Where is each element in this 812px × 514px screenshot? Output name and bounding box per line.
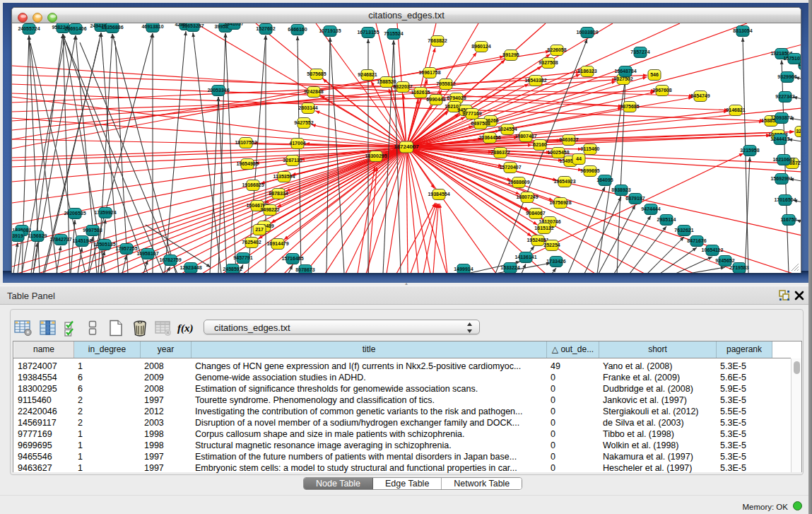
table-row[interactable]: 946554611997Estimation of the future num… [13,451,791,462]
graph-edge [688,267,725,273]
graph-node-label: 9227342 [775,94,794,99]
table-header-row: namein_degreeyeartitle△ out_de...shortpa… [13,341,791,358]
graph-node-label: 16648784 [614,69,636,74]
network-window-titlebar[interactable]: citations_edges.txt [12,8,801,23]
table-cell: 1998 [141,440,192,451]
table-row[interactable]: 977716911998Corpus callosum shape and si… [13,428,791,440]
table-row[interactable]: 946362711997Embryonic stem cells: a mode… [13,462,791,474]
delete-table-icon[interactable] [131,320,149,337]
graph-node-label: 7886372 [490,150,510,155]
graph-node-label: 6794028 [447,95,466,100]
graph-node-label: 16914479 [266,241,288,246]
graph-node-label: 3215958 [740,148,759,153]
graph-node-label: 10961758 [418,70,440,75]
table-row[interactable]: 1938455462009Genome-wide association stu… [13,372,791,383]
column-header-out_de[interactable]: △ out_de... [547,341,599,358]
graph-node-label: 10719135 [319,28,341,33]
graph-edge-arrowhead [461,117,465,121]
graph-edge-arrowhead [741,37,745,42]
column-header-year[interactable]: year [141,341,192,358]
float-window-icon[interactable] [779,290,790,301]
graph-edge-arrowhead [796,220,801,223]
column-header-short[interactable]: short [599,341,717,358]
close-panel-icon[interactable] [794,289,805,301]
table-cell: 2008 [141,361,192,372]
table-options-icon[interactable] [14,320,33,337]
graph-edge-arrowhead [329,37,332,42]
table-row[interactable]: 969969511998Structural magnetic resonanc… [13,440,791,451]
table-cell: 9115460 [14,395,74,406]
vertical-scrollbar[interactable] [791,358,801,472]
graph-node-label: 12093872 [770,115,792,120]
graph-node-label: 8813054 [733,28,752,33]
table-cell: 5.6E-5 [717,372,772,383]
table-selector-dropdown[interactable]: citations_edges.txt [204,320,480,334]
graph-node-label: 17016504 [774,197,796,202]
network-window[interactable]: citations_edges.txt 76638228960124891295… [11,7,801,273]
table-cell: Estimation of the future numbers of pati… [192,451,547,462]
graph-node-label: 1145194 [73,238,92,243]
table-panel-titlebar: Table Panel [0,286,812,305]
table-row[interactable]: 911546021997Tourette syndrome. Phenomeno… [13,395,791,406]
table-cell: Genome-wide association studies in ADHD. [192,372,547,383]
graph-node-label: 6990448 [426,97,445,102]
network-canvas[interactable]: 7663822896012489129582260589327508165433… [12,23,801,273]
tab-edge-table[interactable]: Edge Table [373,478,442,489]
graph-node-label: 20206535 [64,211,86,216]
network-window-title: citations_edges.txt [12,10,801,21]
table-cell: 1 [74,462,141,474]
graph-node-label: 8960124 [471,44,490,49]
window-resize-grip-icon[interactable] [790,262,799,271]
graph-node-label: 891295 [502,52,519,57]
graph-node-label: 16782759 [159,257,181,262]
table-row[interactable]: 1456911722003Disruption of a novel membe… [13,417,791,428]
new-document-icon[interactable] [107,320,125,337]
graph-edge [584,197,621,273]
graph-edge-arrowhead [748,157,751,161]
graph-edge [614,216,651,273]
column-header-name[interactable]: name [14,341,74,358]
column-header-in_degree[interactable]: in_degree [74,341,141,358]
graph-node-label: 12505135 [93,242,115,247]
graph-node-label: 9427552 [294,120,313,125]
rows-icon[interactable] [87,320,98,337]
table-cell: 0 [547,383,599,395]
table-row[interactable]: 1872400712008Changes of HCN gene express… [13,361,791,372]
graph-node-label: 9997588 [83,228,102,233]
graph-node-label: 8186323 [577,69,596,74]
import-table-icon[interactable] [154,320,172,337]
graph-edge [12,97,406,147]
graph-node-label: 6497508 [471,121,490,126]
table-panel-title: Table Panel [7,291,55,301]
node-table: namein_degreeyeartitle△ out_de...shortpa… [13,341,802,472]
graph-node-label: 3024554 [498,127,517,132]
scrollbar-thumb[interactable] [794,361,800,374]
graph-node-label: 19384554 [428,192,449,197]
table-cell: 9777169 [14,428,74,440]
show-column-icon[interactable] [39,320,57,337]
function-builder-icon[interactable]: f(x) [177,320,197,337]
table-row[interactable]: 2242004622012Investigating the contribut… [13,406,791,417]
tab-node-table[interactable]: Node Table [304,478,373,489]
column-header-title[interactable]: title [192,341,547,358]
citation-network-graph: 7663822896012489129582260589327508165433… [12,23,801,273]
graph-node-label: 252254 [543,243,560,247]
graph-node-label: 16210643 [772,157,794,162]
graph-node-label: 62160 [533,142,547,147]
table-row[interactable]: 1830029562008Estimation of significance … [13,383,791,395]
graph-node-label: 9474444 [641,206,660,211]
graph-edge-arrowhead [552,268,556,272]
graph-node-label: 10756928 [549,200,571,205]
table-cell: Investigating the contribution of common… [192,406,547,417]
tab-network-table[interactable]: Network Table [442,478,522,489]
table-cell: 2 [74,417,141,428]
table-cell: Nakamura et al. (1997) [599,451,717,462]
table-cell: 0 [547,417,599,428]
table-cell: Disruption of a novel member of a sodium… [192,417,547,428]
column-header-pagerank[interactable]: pagerank [717,341,772,358]
graph-node-label: 14136141 [514,255,536,259]
table-cell: 2009 [141,372,192,383]
select-all-icon[interactable] [63,320,81,337]
graph-node-label: 164095 [596,177,613,182]
graph-node-label: 1162615 [411,90,430,95]
